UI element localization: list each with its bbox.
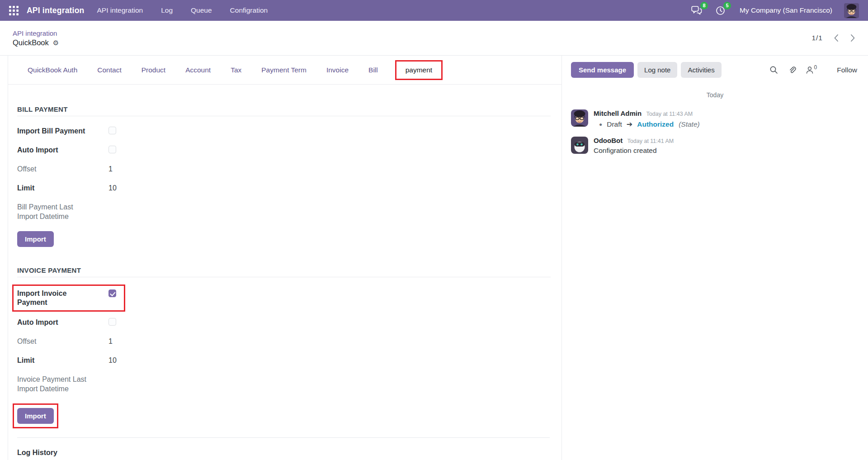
invoice-offset-value[interactable]: 1 [108,337,551,346]
message-author-avatar [571,109,588,127]
message-body: Configration created [594,147,674,155]
send-message-button[interactable]: Send message [571,62,634,78]
invoice-payment-section-title: INVOICE PAYMENT [17,266,551,277]
apps-menu-button[interactable] [5,3,22,18]
import-bill-payment-row: Import Bill Payment [17,126,551,136]
invoice-offset-row: Offset 1 [17,337,551,346]
form-sheet: QuickBook Auth Contact Product Account T… [8,56,562,460]
import-invoice-payment-checkbox[interactable] [108,289,116,297]
bill-payment-section-title: BILL PAYMENT [17,105,551,116]
invoice-limit-label: Limit [17,356,92,365]
bill-limit-row: Limit 10 [17,183,551,193]
bill-last-import-row: Bill Payment Last Import Datetime [17,202,551,221]
invoice-import-button[interactable]: Import [17,408,54,424]
follow-button[interactable]: Follow [837,66,857,74]
tracking-field-name: (State) [679,120,700,128]
settings-gear-button[interactable]: ⚙ [53,39,59,46]
invoice-last-import-label: Invoice Payment Last Import Datetime [17,375,92,394]
import-bill-payment-checkbox[interactable] [108,127,116,134]
grid-icon [9,6,19,15]
tracking-new-value: Authorized [637,120,674,128]
top-navbar: API integration API integration Log Queu… [0,0,868,21]
pager-next-button[interactable] [849,33,856,43]
tab-bill[interactable]: Bill [368,66,378,74]
import-bill-payment-label: Import Bill Payment [17,126,92,136]
bill-last-import-label: Bill Payment Last Import Datetime [17,202,92,221]
invoice-auto-import-label: Auto Import [17,318,92,327]
message-author: Mitchell Admin [594,109,642,117]
bill-limit-value[interactable]: 10 [108,183,551,193]
tab-account[interactable]: Account [185,66,211,74]
followers-button[interactable]: 0 [806,66,817,74]
messages-button[interactable]: 8 [690,5,703,16]
followers-count: 0 [814,64,817,71]
top-menu: API integration Log Queue Configration [97,6,268,14]
pager-count: 1/1 [811,34,823,42]
pager-previous-button[interactable] [833,33,840,43]
company-switcher[interactable]: My Company (San Francisco) [740,6,832,14]
messages-badge: 8 [700,2,708,9]
tab-tax[interactable]: Tax [231,66,241,74]
message-item: Mitchell Admin Today at 11:43 AM ● Draft… [571,109,859,128]
bill-offset-label: Offset [17,164,92,174]
invoice-offset-label: Offset [17,337,92,346]
tab-payment-term[interactable]: Payment Term [261,66,307,74]
tracking-old-value: Draft [607,120,622,128]
section-divider [17,437,550,438]
user-avatar[interactable] [844,3,859,18]
menu-log[interactable]: Log [161,6,173,14]
tab-product[interactable]: Product [142,66,165,74]
message-author-avatar [571,137,588,154]
bill-offset-value[interactable]: 1 [108,164,551,174]
message-author: OdooBot [594,137,623,144]
import-invoice-payment-label: Import Invoice Payment [17,289,92,307]
invoice-limit-value[interactable]: 10 [108,356,551,365]
search-icon [769,66,778,74]
bullet-icon: ● [599,121,602,128]
date-divider: Today [571,91,859,99]
menu-configuration[interactable]: Configration [230,6,268,14]
log-note-button[interactable]: Log note [637,62,677,78]
tab-contact[interactable]: Contact [97,66,121,74]
activities-schedule-button[interactable]: Activities [681,62,721,78]
invoice-last-import-row: Invoice Payment Last Import Datetime [17,375,551,394]
pager: 1/1 [811,33,856,43]
menu-queue[interactable]: Queue [191,6,212,14]
chatter-toolbar: Send message Log note Activities [571,62,859,78]
arrow-right-icon: ➔ [627,120,632,128]
bill-auto-import-label: Auto Import [17,145,92,155]
breadcrumb-parent-link[interactable]: API integration [13,29,59,37]
notebook-tabs: QuickBook Auth Contact Product Account T… [8,56,561,85]
activities-badge: 5 [723,2,731,9]
bill-import-button[interactable]: Import [17,231,54,247]
message-time: Today at 11:41 AM [627,138,674,144]
user-avatar-image [844,3,859,18]
chevron-left-icon [834,34,839,42]
tab-quickbook-auth[interactable]: QuickBook Auth [28,66,77,74]
paperclip-icon [788,66,796,74]
message-time: Today at 11:43 AM [646,111,693,117]
record-title: QuickBook [13,38,49,47]
menu-api-integration[interactable]: API integration [97,6,143,14]
chevron-right-icon [850,34,855,42]
bill-auto-import-checkbox[interactable] [108,146,116,153]
search-messages-button[interactable] [769,66,778,74]
breadcrumb: API integration QuickBook ⚙ [13,29,59,47]
bill-offset-row: Offset 1 [17,164,551,174]
chatter-panel: Send message Log note Activities [562,56,868,460]
tab-payment[interactable]: payment [406,66,432,74]
attachments-button[interactable] [788,66,796,74]
message-item: OdooBot Today at 11:41 AM Configration c… [571,137,859,155]
person-icon [806,66,814,74]
tracking-value: ● Draft ➔ Authorized (State) [594,120,700,128]
tab-invoice[interactable]: Invoice [326,66,349,74]
payment-tab-annotation-box: payment [395,60,443,80]
invoice-auto-import-checkbox[interactable] [108,318,116,326]
invoice-auto-import-row: Auto Import [17,318,551,327]
breadcrumb-bar: API integration QuickBook ⚙ 1/1 [0,21,868,56]
log-history-title: Log History [17,449,551,457]
activities-button[interactable]: 5 [715,5,726,16]
import-invoice-annotation-box: Import Invoice Payment [12,285,125,312]
invoice-limit-row: Limit 10 [17,356,551,365]
bill-auto-import-row: Auto Import [17,145,551,155]
